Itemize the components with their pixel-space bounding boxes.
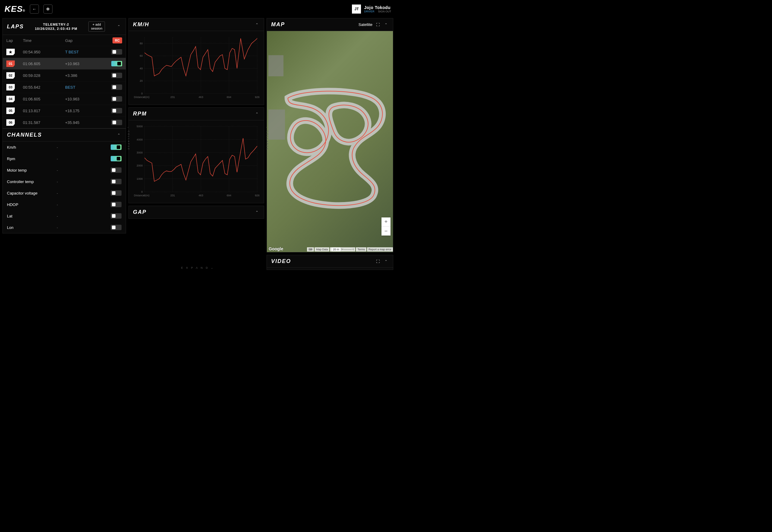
lap-toggle[interactable] bbox=[111, 84, 122, 90]
svg-text:3000: 3000 bbox=[137, 151, 143, 154]
settings-button[interactable]: ✻ bbox=[43, 5, 52, 14]
add-session-button[interactable]: + addsession bbox=[88, 21, 105, 32]
laps-collapse-icon[interactable]: ⌃ bbox=[116, 24, 122, 29]
channel-value: - bbox=[57, 225, 111, 230]
rpm-chart[interactable]: 0100020003000400050000231463694926Distan… bbox=[132, 123, 260, 199]
gap-chart-panel: GAP ⌃ bbox=[128, 206, 264, 219]
lap-row[interactable]: ★00:54.950T BEST bbox=[3, 46, 126, 58]
lap-row[interactable]: 0101:06.605+10.963 bbox=[3, 58, 126, 69]
lap-row[interactable]: 0601:31.587+35.945 bbox=[3, 116, 126, 128]
avatar: JT bbox=[352, 5, 361, 14]
kmh-chart-panel: KM/H ⌃ 0204060800231463694926Distance (m… bbox=[128, 18, 264, 105]
channel-row: Capacitor voltage- bbox=[3, 187, 126, 199]
svg-text:2000: 2000 bbox=[137, 164, 143, 167]
back-button[interactable]: ← bbox=[30, 5, 39, 14]
zoom-out-button[interactable]: − bbox=[381, 226, 391, 236]
channel-toggle[interactable] bbox=[111, 167, 122, 173]
map-canvas[interactable]: + − Google ⌨ Map Data 20 m ⊢────⊣ Terms … bbox=[267, 31, 393, 252]
channels-collapse-icon[interactable]: ⌃ bbox=[116, 133, 122, 137]
lap-row[interactable]: 0300:55.642BEST bbox=[3, 81, 126, 93]
lap-toggle[interactable] bbox=[111, 49, 122, 55]
kmh-chart[interactable]: 0204060800231463694926Distance (m) bbox=[132, 34, 260, 101]
lap-gap: +18.175 bbox=[65, 109, 111, 113]
channel-row: Lon- bbox=[3, 222, 126, 233]
map-collapse-icon[interactable]: ⌃ bbox=[383, 23, 389, 27]
fullscreen-icon[interactable]: ⛶ bbox=[376, 23, 380, 27]
channel-value: - bbox=[57, 168, 111, 173]
signout-link[interactable]: SIGN OUT bbox=[378, 10, 391, 13]
collapse-right-rail[interactable]: ⌃COLLAPSE bbox=[266, 127, 269, 150]
channel-name: Capacitor voltage bbox=[7, 191, 57, 195]
channel-toggle[interactable] bbox=[111, 144, 122, 150]
lap-toggle[interactable] bbox=[111, 96, 122, 102]
lap-time: 01:31.587 bbox=[23, 120, 65, 125]
user-name: Jojo Tokodu bbox=[364, 5, 391, 10]
channel-row: Controller temp- bbox=[3, 176, 126, 187]
laps-panel: LAPS TELEMETRY-2 10/26/2023, 2:03:43 PM … bbox=[2, 18, 126, 128]
lap-number: 06 bbox=[6, 119, 15, 126]
channel-value: - bbox=[57, 157, 111, 161]
channel-row: Motor temp- bbox=[3, 164, 126, 176]
logo: KES® bbox=[5, 4, 25, 14]
svg-text:Distance (m): Distance (m) bbox=[134, 96, 149, 99]
map-terms-link[interactable]: Terms bbox=[356, 247, 366, 252]
svg-text:20: 20 bbox=[140, 79, 143, 82]
channel-value: - bbox=[57, 214, 111, 218]
rpm-collapse-icon[interactable]: ⌃ bbox=[254, 112, 260, 116]
channels-panel: CHANNELS ⌃ Km/h-Rpm-Motor temp-Controlle… bbox=[2, 128, 126, 233]
channel-toggle[interactable] bbox=[111, 202, 122, 207]
svg-text:926: 926 bbox=[255, 194, 259, 197]
channel-value: - bbox=[57, 145, 111, 150]
lap-toggle[interactable] bbox=[111, 108, 122, 113]
channel-toggle[interactable] bbox=[111, 225, 122, 230]
lap-gap: BEST bbox=[65, 85, 111, 90]
svg-text:463: 463 bbox=[199, 96, 203, 99]
video-panel: VIDEO ⛶ ⌃ bbox=[267, 255, 393, 270]
channel-toggle[interactable] bbox=[111, 190, 122, 196]
channel-toggle[interactable] bbox=[111, 179, 122, 184]
lap-number: 01 bbox=[6, 60, 15, 67]
lap-time: 00:59.028 bbox=[23, 73, 65, 78]
laps-title: LAPS bbox=[7, 24, 24, 30]
channels-title: CHANNELS bbox=[7, 132, 42, 138]
svg-text:0: 0 bbox=[141, 92, 143, 95]
lap-gap: +3.386 bbox=[65, 73, 111, 78]
svg-text:60: 60 bbox=[140, 54, 143, 57]
session-info: TELEMETRY-2 10/26/2023, 2:03:43 PM bbox=[35, 22, 78, 31]
lap-toggle[interactable] bbox=[111, 61, 122, 66]
lap-toggle[interactable] bbox=[111, 73, 122, 78]
channel-row: Rpm- bbox=[3, 153, 126, 164]
zoom-in-button[interactable]: + bbox=[381, 217, 391, 226]
map-attribution: ⌨ Map Data 20 m ⊢────⊣ Terms Report a ma… bbox=[267, 247, 393, 252]
rc-badge[interactable]: RC bbox=[112, 37, 122, 43]
lap-gap: +10.963 bbox=[65, 97, 111, 101]
channel-toggle[interactable] bbox=[111, 156, 122, 161]
svg-text:231: 231 bbox=[170, 194, 175, 197]
expand-bar[interactable]: E X P A N D ⌄ bbox=[181, 266, 215, 269]
user-menu[interactable]: JT Jojo Tokodu DRIVER SIGN OUT bbox=[352, 5, 391, 14]
channel-name: Km/h bbox=[7, 145, 57, 150]
user-role: DRIVER bbox=[364, 10, 374, 13]
svg-text:231: 231 bbox=[170, 96, 175, 99]
video-fullscreen-icon[interactable]: ⛶ bbox=[376, 259, 380, 264]
lap-row[interactable]: 0401:06.605+10.963 bbox=[3, 93, 126, 105]
map-type-select[interactable]: Satellite bbox=[359, 22, 372, 27]
rpm-chart-panel: RPM ⌃ 0100020003000400050000231463694926… bbox=[128, 107, 264, 203]
kmh-collapse-icon[interactable]: ⌃ bbox=[254, 23, 260, 27]
header: KES® ← ✻ JT Jojo Tokodu DRIVER SIGN OUT bbox=[0, 0, 396, 18]
video-collapse-icon[interactable]: ⌃ bbox=[383, 259, 389, 264]
map-panel: MAP Satellite ⛶ ⌃ + − G bbox=[267, 18, 393, 252]
lap-gap: T BEST bbox=[65, 50, 111, 54]
map-report-link[interactable]: Report a map error bbox=[367, 247, 393, 252]
lap-time: 00:54.950 bbox=[23, 50, 65, 54]
channel-name: Rpm bbox=[7, 157, 57, 161]
lap-row[interactable]: 0501:13.817+18.175 bbox=[3, 105, 126, 116]
channel-toggle[interactable] bbox=[111, 213, 122, 219]
gap-collapse-icon[interactable]: ⌃ bbox=[254, 210, 260, 214]
lap-toggle[interactable] bbox=[111, 120, 122, 125]
channel-name: HDOP bbox=[7, 202, 57, 207]
lap-row[interactable]: 0200:59.028+3.386 bbox=[3, 69, 126, 81]
svg-text:694: 694 bbox=[227, 96, 231, 99]
collapse-left-rail[interactable]: ⌃COLLAPSE bbox=[127, 127, 130, 150]
channel-row: Km/h- bbox=[3, 141, 126, 153]
